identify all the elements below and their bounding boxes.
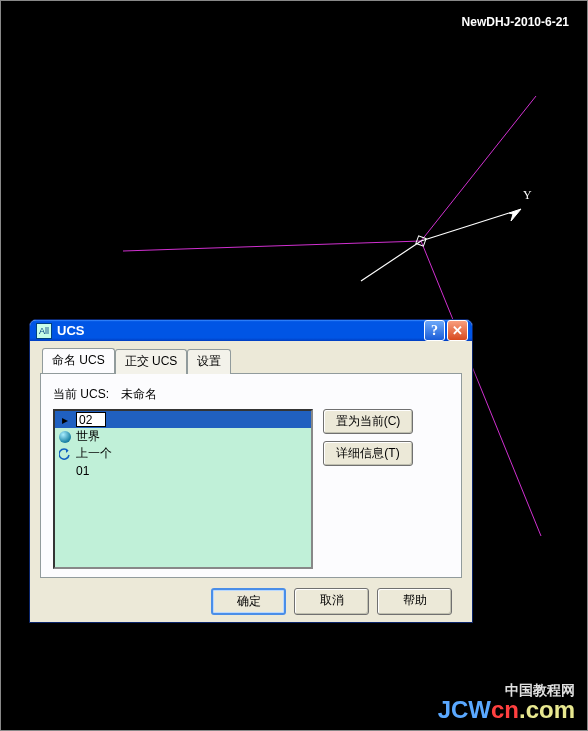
globe-icon bbox=[57, 430, 73, 444]
tab-panel: 当前 UCS: 未命名 ▸ 世界 上一个 bbox=[40, 373, 462, 578]
app-icon: All bbox=[36, 323, 52, 339]
list-item-label: 上一个 bbox=[76, 445, 112, 462]
svg-line-5 bbox=[421, 213, 509, 241]
current-ucs-label: 当前 UCS: 未命名 bbox=[53, 386, 449, 403]
watermark-bottom: 中国教程网 JCWcn.com bbox=[438, 682, 575, 724]
help-button[interactable]: 帮助 bbox=[377, 588, 452, 615]
set-current-button[interactable]: 置为当前(C) bbox=[323, 409, 413, 434]
tab-ortho-ucs[interactable]: 正交 UCS bbox=[115, 349, 188, 374]
tab-named-ucs[interactable]: 命名 UCS bbox=[42, 348, 115, 373]
ucs-dialog: All UCS ? ✕ 命名 UCS 正交 UCS 设置 当前 UCS: 未命名… bbox=[29, 319, 473, 623]
svg-line-0 bbox=[123, 241, 421, 251]
list-item-previous[interactable]: 上一个 bbox=[55, 445, 311, 462]
dialog-title: UCS bbox=[57, 323, 424, 338]
arrow-icon: ▸ bbox=[57, 413, 73, 427]
help-icon[interactable]: ? bbox=[424, 320, 445, 341]
list-item-world[interactable]: 世界 bbox=[55, 428, 311, 445]
list-item-label: 01 bbox=[76, 464, 89, 478]
titlebar[interactable]: All UCS ? ✕ bbox=[30, 320, 472, 341]
list-item-label: 世界 bbox=[76, 428, 100, 445]
details-button[interactable]: 详细信息(T) bbox=[323, 441, 413, 466]
ucs-name-input[interactable] bbox=[76, 412, 106, 427]
close-icon[interactable]: ✕ bbox=[447, 320, 468, 341]
cancel-button[interactable]: 取消 bbox=[294, 588, 369, 615]
watermark-url: JCWcn.com bbox=[438, 696, 575, 724]
svg-marker-6 bbox=[509, 209, 521, 221]
list-item-editing[interactable]: ▸ bbox=[55, 411, 311, 428]
blank-icon bbox=[57, 464, 73, 478]
svg-line-4 bbox=[361, 241, 421, 281]
svg-line-1 bbox=[421, 96, 536, 241]
axis-y-label: Y bbox=[523, 188, 532, 202]
ok-button[interactable]: 确定 bbox=[211, 588, 286, 615]
tab-settings[interactable]: 设置 bbox=[187, 349, 231, 374]
watermark-top: NewDHJ-2010-6-21 bbox=[462, 15, 569, 29]
ucs-listbox[interactable]: ▸ 世界 上一个 01 bbox=[53, 409, 313, 569]
previous-icon bbox=[57, 447, 73, 461]
tab-strip: 命名 UCS 正交 UCS 设置 bbox=[42, 348, 462, 373]
list-item-01[interactable]: 01 bbox=[55, 462, 311, 479]
